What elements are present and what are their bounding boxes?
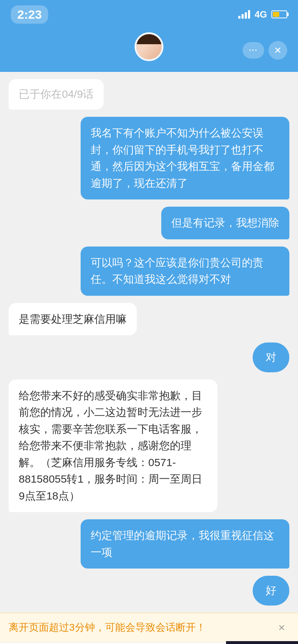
warning-close-button[interactable]: × <box>274 620 289 636</box>
message-row: 给您带来不好的感受确实非常抱歉，目前您的情况，小二这边暂时无法进一步核实，需要辛… <box>9 380 289 512</box>
bubble-right: 约定管理的逾期记录，我很重视征信这一项 <box>81 519 289 569</box>
bubble-right: 我名下有个账户不知为什么被公安误封，你们留下的手机号我打了也打不通，然后因为这个… <box>81 117 289 199</box>
message-row: 但是有记录，我想消除 <box>9 207 289 239</box>
status-right: 4G <box>238 9 287 20</box>
bubble-truncated: 已于你在04/9话 <box>9 79 104 110</box>
message-text: 是需要处理芝麻信用嘛 <box>19 313 127 325</box>
chat-header: ··· ✕ <box>0 29 298 72</box>
dots-icon: ··· <box>249 46 258 55</box>
more-button[interactable]: ··· <box>243 42 264 59</box>
message-row: 是需要处理芝麻信用嘛 <box>9 303 289 336</box>
bubble-right: 可以吗？这个应该是你们贵公司的责任。不知道我这么觉得对不对 <box>81 247 289 296</box>
battery-icon <box>271 10 287 18</box>
message-row: 可以吗？这个应该是你们贵公司的责任。不知道我这么觉得对不对 <box>9 247 289 296</box>
message-text: 我名下有个账户不知为什么被公安误封，你们留下的手机号我打了也打不通，然后因为这个… <box>91 127 274 189</box>
warning-bar: 离开页面超过3分钟，可能会导致会话断开！ × <box>0 613 298 642</box>
close-button[interactable]: ✕ <box>268 41 287 60</box>
message-row: 好 <box>9 576 289 606</box>
bubble-right-small: 对 <box>253 342 289 372</box>
status-time: 2:23 <box>11 5 48 24</box>
close-icon: ✕ <box>274 45 282 56</box>
message-text: 给您带来不好的感受确实非常抱歉，目前您的情况，小二这边暂时无法进一步核实，需要辛… <box>19 390 202 502</box>
message-text: 好 <box>266 584 276 596</box>
bubble-left-long: 给您带来不好的感受确实非常抱歉，目前您的情况，小二这边暂时无法进一步核实，需要辛… <box>9 380 217 512</box>
chat-area: 已于你在04/9话 我名下有个账户不知为什么被公安误封，你们留下的手机号我打了也… <box>0 72 298 613</box>
avatar <box>135 32 163 61</box>
avatar-face <box>136 34 162 59</box>
message-text: 但是有记录，我想消除 <box>171 217 279 229</box>
bubble-right-small: 但是有记录，我想消除 <box>161 207 289 239</box>
avatar-hair <box>136 34 162 44</box>
header-actions[interactable]: ··· ✕ <box>243 41 287 60</box>
battery-level <box>273 12 279 17</box>
bubble-right-small: 好 <box>253 576 289 606</box>
bubble-left: 是需要处理芝麻信用嘛 <box>9 303 137 336</box>
message-text: 对 <box>266 351 276 363</box>
message-row: 约定管理的逾期记录，我很重视征信这一项 <box>9 519 289 569</box>
message-text: 约定管理的逾期记录，我很重视征信这一项 <box>91 529 274 558</box>
signal-4g-label: 4G <box>254 9 267 20</box>
message-row: 对 <box>9 342 289 372</box>
status-bar: 2:23 4G <box>0 0 298 29</box>
message-text: 可以吗？这个应该是你们贵公司的责任。不知道我这么觉得对不对 <box>91 257 263 285</box>
warning-text: 离开页面超过3分钟，可能会导致会话断开！ <box>9 621 206 634</box>
watermark: 🖼 🐱 黑猫 BLACK CAT <box>226 641 298 644</box>
signal-icon <box>238 10 250 19</box>
message-row: 我名下有个账户不知为什么被公安误封，你们留下的手机号我打了也打不通，然后因为这个… <box>9 117 289 199</box>
message-row: 已于你在04/9话 <box>9 79 289 110</box>
message-text: 已于你在04/9话 <box>19 88 94 100</box>
